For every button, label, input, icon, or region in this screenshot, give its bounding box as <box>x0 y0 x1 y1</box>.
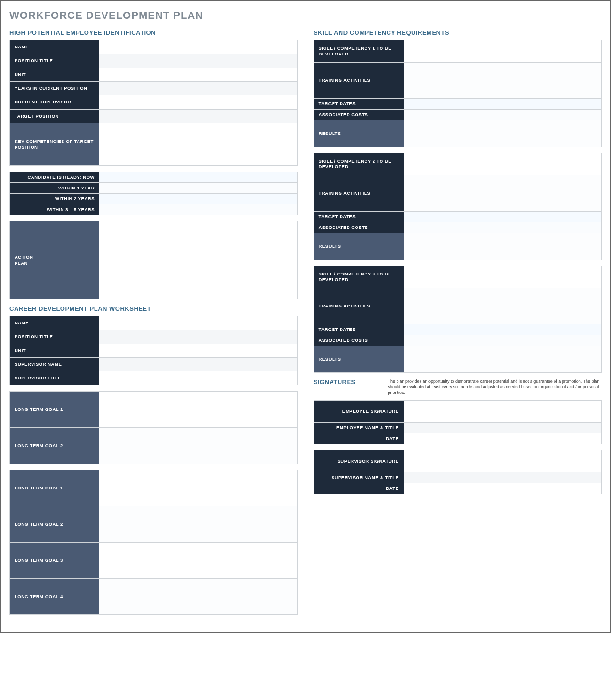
skill-1-dates-label: TARGET DATES <box>314 99 404 109</box>
skill-1-table: SKILL / COMPETENCY 1 TO BE DEVELOPED TRA… <box>314 40 602 147</box>
hp-name-label: NAME <box>10 40 99 54</box>
readiness-table: CANDIDATE IS READY: NOW WITHIN 1 YEAR WI… <box>9 172 298 215</box>
cdp-name-label: NAME <box>10 316 99 330</box>
employee-signature-table: EMPLOYEE SIGNATURE EMPLOYEE NAME & TITLE… <box>314 400 602 444</box>
skill-1-results-label: RESULTS <box>314 120 404 147</box>
cdp-table: NAME POSITION TITLE UNIT SUPERVISOR NAME… <box>9 316 298 385</box>
skill-1-costs-field[interactable] <box>404 110 602 120</box>
hp-supervisor-field[interactable] <box>99 95 297 109</box>
skill-2-training-field[interactable] <box>404 175 602 211</box>
hp-key-comp-field[interactable] <box>99 123 297 165</box>
skill-3-costs-label: ASSOCIATED COSTS <box>314 335 404 346</box>
hp-unit-field[interactable] <box>99 68 297 81</box>
ready-2y-field[interactable] <box>99 194 297 204</box>
hp-position-field[interactable] <box>99 54 297 67</box>
emp-date-field[interactable] <box>404 433 602 444</box>
skill-1-training-label: TRAINING ACTIVITIES <box>314 63 404 98</box>
skill-heading: SKILL AND COMPETENCY REQUIREMENTS <box>314 29 602 36</box>
emp-name-label: EMPLOYEE NAME & TITLE <box>314 423 404 433</box>
ltg-b1-field[interactable] <box>99 470 297 506</box>
ltg-b4-field[interactable] <box>99 579 297 614</box>
hp-unit-label: UNIT <box>10 68 99 81</box>
sup-date-field[interactable] <box>404 483 602 494</box>
skill-2-results-field[interactable] <box>404 233 602 260</box>
hp-target-position-field[interactable] <box>99 110 297 123</box>
sup-date-label: DATE <box>314 483 404 494</box>
cdp-unit-label: UNIT <box>10 344 99 357</box>
skill-2-costs-label: ASSOCIATED COSTS <box>314 222 404 233</box>
emp-sig-field[interactable] <box>404 401 602 422</box>
skill-2-field[interactable] <box>404 153 602 175</box>
ltg-b3-field[interactable] <box>99 543 297 578</box>
hp-years-field[interactable] <box>99 82 297 95</box>
skill-3-costs-field[interactable] <box>404 335 602 346</box>
hp-years-label: YEARS IN CURRENT POSITION <box>10 82 99 95</box>
cdp-heading: CAREER DEVELOPMENT PLAN WORKSHEET <box>9 305 298 312</box>
action-plan-label: ACTION PLAN <box>10 221 99 299</box>
cdp-position-field[interactable] <box>99 330 297 343</box>
ltg-a1-field[interactable] <box>99 392 297 427</box>
cdp-sup-title-field[interactable] <box>99 371 297 385</box>
hp-target-position-label: TARGET POSITION <box>10 110 99 123</box>
cdp-sup-name-label: SUPERVISOR NAME <box>10 358 99 371</box>
sup-sig-field[interactable] <box>404 450 602 472</box>
cdp-unit-field[interactable] <box>99 344 297 357</box>
emp-date-label: DATE <box>314 433 404 444</box>
skill-2-costs-field[interactable] <box>404 222 602 233</box>
sup-name-field[interactable] <box>404 472 602 483</box>
hp-heading: HIGH POTENTIAL EMPLOYEE IDENTIFICATION <box>9 29 298 36</box>
signatures-heading: SIGNATURES <box>314 378 380 385</box>
skill-1-results-field[interactable] <box>404 120 602 147</box>
skill-1-training-field[interactable] <box>404 63 602 98</box>
skill-2-label: SKILL / COMPETENCY 2 TO BE DEVELOPED <box>314 153 404 175</box>
ltg-b2-field[interactable] <box>99 506 297 542</box>
skill-3-results-field[interactable] <box>404 346 602 372</box>
skill-1-costs-label: ASSOCIATED COSTS <box>314 110 404 120</box>
skill-1-field[interactable] <box>404 40 602 62</box>
ltg-b1-label: LONG TERM GOAL 1 <box>10 470 99 506</box>
left-column: HIGH POTENTIAL EMPLOYEE IDENTIFICATION N… <box>9 26 298 621</box>
skill-1-label: SKILL / COMPETENCY 1 TO BE DEVELOPED <box>314 40 404 62</box>
hp-table: NAME POSITION TITLE UNIT YEARS IN CURREN… <box>9 40 298 166</box>
ready-2y-label: WITHIN 2 YEARS <box>10 194 99 204</box>
hp-name-field[interactable] <box>99 40 297 54</box>
ready-now-field[interactable] <box>99 172 297 182</box>
skill-2-results-label: RESULTS <box>314 233 404 260</box>
ready-35y-field[interactable] <box>99 204 297 215</box>
skill-1-dates-field[interactable] <box>404 99 602 109</box>
emp-name-field[interactable] <box>404 423 602 433</box>
skill-3-dates-label: TARGET DATES <box>314 324 404 335</box>
hp-position-label: POSITION TITLE <box>10 54 99 67</box>
ltg-b-table: LONG TERM GOAL 1 LONG TERM GOAL 2 LONG T… <box>9 470 298 615</box>
signatures-note: The plan provides an opportunity to demo… <box>388 378 602 395</box>
ready-1y-field[interactable] <box>99 183 297 193</box>
ltg-a2-label: LONG TERM GOAL 2 <box>10 428 99 464</box>
hp-supervisor-label: CURRENT SUPERVISOR <box>10 95 99 109</box>
skill-3-dates-field[interactable] <box>404 324 602 335</box>
skill-3-training-label: TRAINING ACTIVITIES <box>314 288 404 324</box>
skill-3-training-field[interactable] <box>404 288 602 324</box>
page: WORKFORCE DEVELOPMENT PLAN HIGH POTENTIA… <box>0 0 611 633</box>
skill-2-table: SKILL / COMPETENCY 2 TO BE DEVELOPED TRA… <box>314 153 602 260</box>
skill-3-field[interactable] <box>404 266 602 288</box>
ltg-b2-label: LONG TERM GOAL 2 <box>10 506 99 542</box>
ltg-a1-label: LONG TERM GOAL 1 <box>10 392 99 427</box>
ready-35y-label: WITHIN 3 – 5 YEARS <box>10 204 99 215</box>
hp-key-comp-label: KEY COMPETENCIES OF TARGET POSITION <box>10 123 99 165</box>
skill-2-dates-field[interactable] <box>404 212 602 222</box>
ready-now-label: CANDIDATE IS READY: NOW <box>10 172 99 182</box>
cdp-sup-name-field[interactable] <box>99 358 297 371</box>
skill-3-label: SKILL / COMPETENCY 3 TO BE DEVELOPED <box>314 266 404 288</box>
ready-1y-label: WITHIN 1 YEAR <box>10 183 99 193</box>
right-column: SKILL AND COMPETENCY REQUIREMENTS SKILL … <box>314 26 602 500</box>
skill-3-table: SKILL / COMPETENCY 3 TO BE DEVELOPED TRA… <box>314 266 602 373</box>
cdp-position-label: POSITION TITLE <box>10 330 99 343</box>
emp-sig-label: EMPLOYEE SIGNATURE <box>314 401 404 422</box>
columns: HIGH POTENTIAL EMPLOYEE IDENTIFICATION N… <box>9 26 602 621</box>
action-plan-field[interactable] <box>99 221 297 299</box>
cdp-sup-title-label: SUPERVISOR TITLE <box>10 371 99 385</box>
skill-2-training-label: TRAINING ACTIVITIES <box>314 175 404 211</box>
ltg-a-table: LONG TERM GOAL 1 LONG TERM GOAL 2 <box>9 391 298 464</box>
ltg-a2-field[interactable] <box>99 428 297 464</box>
cdp-name-field[interactable] <box>99 316 297 330</box>
